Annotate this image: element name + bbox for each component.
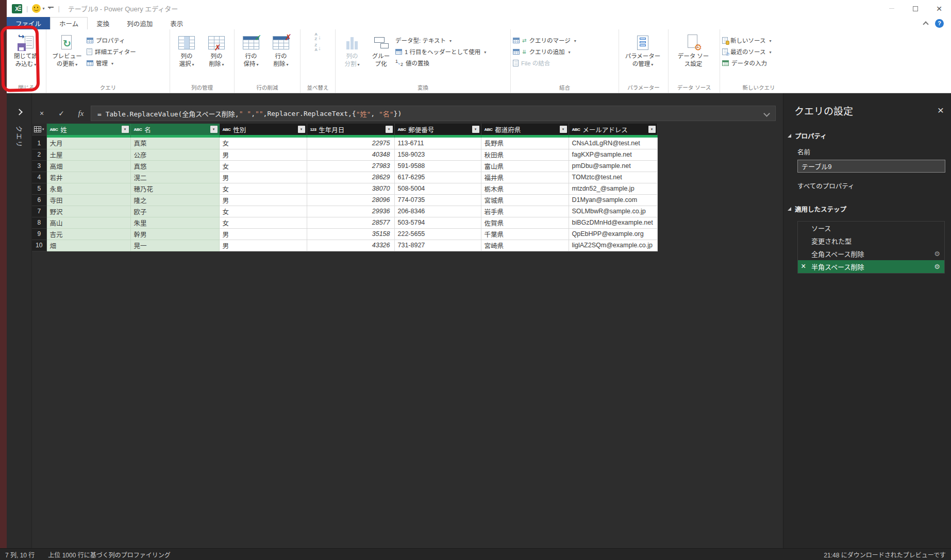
choose-columns-button[interactable]: 列の選択	[172, 32, 201, 68]
maximize-button[interactable]	[904, 0, 927, 17]
row-number[interactable]: 7	[32, 206, 46, 217]
feedback-smiley-icon[interactable]	[32, 4, 41, 13]
cell-birth[interactable]: 40348	[307, 149, 394, 160]
append-queries-button[interactable]: ⇊クエリの追加	[513, 46, 576, 57]
commit-formula-icon[interactable]: ✓	[52, 109, 71, 117]
step-changed-type[interactable]: 変更された型	[798, 234, 944, 247]
cell-birth[interactable]: 22975	[307, 138, 394, 149]
column-header-pref[interactable]: ABC都道府県	[481, 124, 569, 135]
properties-button[interactable]: プロパティ	[87, 35, 136, 45]
cell-sei[interactable]: 高畑	[46, 160, 130, 172]
column-header-zip[interactable]: ABC郵便番号	[394, 124, 481, 135]
step-halfwidth-space-removed[interactable]: 半角スペース削除	[798, 260, 944, 273]
column-header-email[interactable]: ABCメールアドレス	[569, 124, 657, 135]
row-number[interactable]: 8	[32, 217, 46, 228]
step-fullwidth-space-removed[interactable]: 全角スペース削除	[798, 247, 944, 260]
cell-mei[interactable]: 欧子	[130, 206, 219, 217]
cell-sex[interactable]: 女	[219, 160, 307, 172]
step-source[interactable]: ソース	[798, 222, 944, 234]
cell-email[interactable]: biBGzDMnHd@example.net	[569, 217, 657, 228]
remove-columns-button[interactable]: 列の削除	[202, 32, 231, 68]
tab-home[interactable]: ホーム	[50, 17, 88, 29]
cell-sei[interactable]: 寺田	[46, 194, 130, 206]
cell-birth[interactable]: 38070	[307, 183, 394, 194]
filter-icon[interactable]	[298, 126, 305, 133]
cell-mei[interactable]: 真菜	[130, 138, 219, 149]
advanced-editor-button[interactable]: 詳細エディター	[87, 46, 136, 57]
remove-rows-button[interactable]: 行の削除	[266, 32, 295, 68]
cell-pref[interactable]: 長野県	[481, 138, 569, 149]
tab-add-column[interactable]: 列の追加	[118, 17, 161, 29]
group-by-button[interactable]: グループ化	[368, 32, 394, 68]
quick-access-toolbar-icon[interactable]	[48, 7, 54, 11]
cell-email[interactable]: mtzdn52_@sample.jp	[569, 183, 657, 194]
delete-step-icon[interactable]	[801, 262, 806, 271]
cell-mei[interactable]: 真悠	[130, 160, 219, 172]
row-number[interactable]: 3	[32, 160, 46, 172]
recent-sources-button[interactable]: 最近のソース	[722, 46, 771, 57]
cell-email[interactable]: pmDbu@sample.net	[569, 160, 657, 172]
cell-email[interactable]: CNsA1dLgRN@test.net	[569, 138, 657, 149]
filter-icon[interactable]	[210, 126, 218, 133]
refresh-preview-button[interactable]: プレビューの更新	[48, 32, 86, 68]
cell-email[interactable]: liglAZ2SQm@example.co.jp	[569, 240, 657, 251]
cell-pref[interactable]: 佐賀県	[481, 217, 569, 228]
column-header-mei[interactable]: ABC名	[130, 124, 219, 135]
sort-ascending-button[interactable]: AZ	[311, 32, 324, 42]
close-and-load-button[interactable]: 閉じて読み込む	[9, 32, 43, 68]
filter-icon[interactable]	[560, 126, 567, 133]
column-header-birth[interactable]: 123生年月日	[307, 124, 394, 135]
cell-email[interactable]: SOLMbwR@sample.co.jp	[569, 206, 657, 217]
cell-sex[interactable]: 女	[219, 183, 307, 194]
row-number[interactable]: 1	[32, 138, 46, 149]
keep-rows-button[interactable]: 行の保持	[237, 32, 265, 68]
cell-zip[interactable]: 113-6711	[394, 138, 481, 149]
tab-file[interactable]: ファイル	[7, 17, 50, 29]
cell-birth[interactable]: 28577	[307, 217, 394, 228]
cell-zip[interactable]: 222-5655	[394, 228, 481, 240]
merge-queries-button[interactable]: ⇄クエリのマージ	[513, 35, 576, 45]
cell-zip[interactable]: 731-8927	[394, 240, 481, 251]
cell-email[interactable]: D1Myan@sample.com	[569, 194, 657, 206]
cell-birth[interactable]: 28629	[307, 172, 394, 183]
row-number[interactable]: 9	[32, 228, 46, 240]
filter-icon[interactable]	[122, 126, 129, 133]
data-source-settings-button[interactable]: データ ソース設定	[671, 32, 716, 68]
cell-sex[interactable]: 男	[219, 228, 307, 240]
cell-zip[interactable]: 591-9588	[394, 160, 481, 172]
use-first-row-as-headers-button[interactable]: 1 行目をヘッダーとして使用	[395, 46, 486, 57]
cell-zip[interactable]: 503-5794	[394, 217, 481, 228]
cell-mei[interactable]: 隆之	[130, 194, 219, 206]
cancel-formula-icon[interactable]: ×	[32, 109, 52, 117]
cell-pref[interactable]: 岩手県	[481, 206, 569, 217]
cell-sex[interactable]: 女	[219, 206, 307, 217]
expand-formula-bar-icon[interactable]	[763, 110, 770, 117]
cell-pref[interactable]: 福井県	[481, 172, 569, 183]
gear-icon[interactable]	[934, 263, 940, 270]
row-number[interactable]: 5	[32, 183, 46, 194]
gear-icon[interactable]	[934, 250, 940, 258]
cell-sex[interactable]: 男	[219, 172, 307, 183]
tab-view[interactable]: 表示	[161, 17, 192, 29]
cell-pref[interactable]: 富山県	[481, 160, 569, 172]
filter-icon[interactable]	[648, 126, 656, 133]
status-profiling[interactable]: 上位 1000 行に基づく列のプロファイリング	[48, 550, 170, 559]
cell-sex[interactable]: 男	[219, 240, 307, 251]
cell-email[interactable]: QpEbHPP@example.org	[569, 228, 657, 240]
cell-sex[interactable]: 男	[219, 149, 307, 160]
select-all-corner[interactable]	[32, 124, 46, 135]
applied-steps-section-header[interactable]: 適用したステップ	[783, 204, 951, 214]
filter-icon[interactable]	[386, 126, 393, 133]
row-number[interactable]: 6	[32, 194, 46, 206]
cell-pref[interactable]: 秋田県	[481, 149, 569, 160]
data-type-button[interactable]: データ型: テキスト	[395, 35, 486, 45]
cell-sei[interactable]: 吉元	[46, 228, 130, 240]
cell-zip[interactable]: 774-0735	[394, 194, 481, 206]
column-header-sei[interactable]: ABC姓	[46, 124, 130, 135]
split-column-button[interactable]: 列の分割	[338, 32, 366, 68]
cell-birth[interactable]: 27983	[307, 160, 394, 172]
cell-zip[interactable]: 508-5004	[394, 183, 481, 194]
cell-birth[interactable]: 35158	[307, 228, 394, 240]
properties-section-header[interactable]: プロパティ	[783, 131, 951, 141]
query-name-input[interactable]	[797, 160, 945, 173]
